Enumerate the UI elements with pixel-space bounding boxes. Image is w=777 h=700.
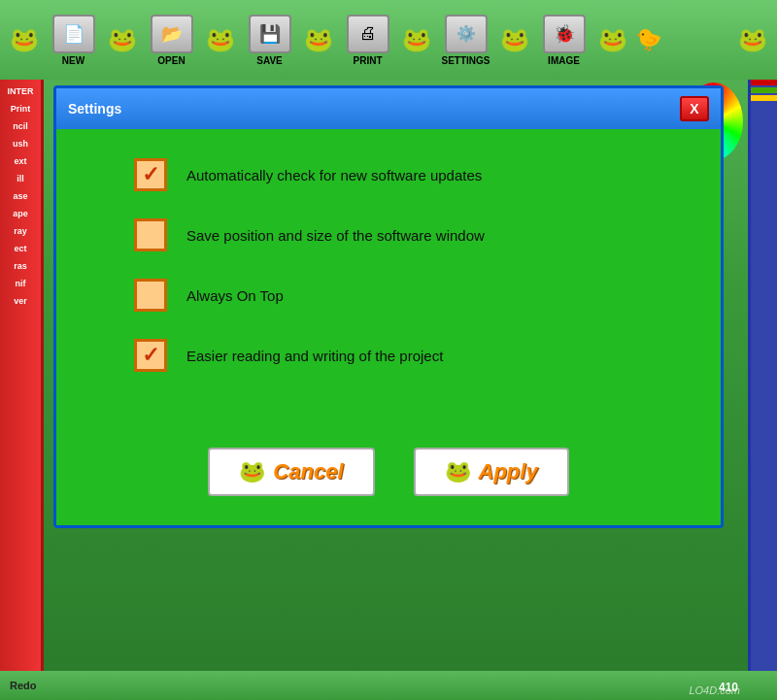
sidebar-item-spray[interactable]: ray	[2, 223, 39, 239]
auto-update-row: Automatically check for new software upd…	[134, 158, 672, 191]
sidebar-item-pencil[interactable]: ncil	[2, 118, 39, 134]
dialog-close-button[interactable]: X	[680, 96, 709, 121]
apply-icon: 🐸	[445, 459, 471, 484]
print-button[interactable]: 🖨 PRINT	[341, 15, 394, 66]
sidebar-item-inter[interactable]: INTER	[2, 83, 39, 99]
frog-separator-3: 🐸	[304, 26, 333, 53]
counter-badge: 410	[719, 681, 738, 694]
duck-icon: 🐤	[635, 27, 661, 52]
cancel-label: Cancel	[273, 459, 343, 484]
save-position-row: Save position and size of the software w…	[134, 218, 672, 251]
sidebar-item-shape[interactable]: ape	[2, 206, 39, 221]
save-position-label: Save position and size of the software w…	[186, 227, 485, 244]
sidebar-item-erase[interactable]: ras	[2, 258, 39, 274]
settings-dialog: Settings X Automatically check for new s…	[53, 85, 724, 528]
easier-reading-label: Easier reading and writing of the projec…	[186, 348, 443, 364]
frog-separator-1: 🐸	[108, 26, 137, 53]
bottom-bar: Redo LO4D.com 410	[0, 671, 777, 700]
new-label: NEW	[62, 55, 84, 66]
image-label: IMAGE	[548, 55, 580, 66]
frog-right-icon: 🐸	[738, 26, 767, 53]
always-on-top-row: Always On Top	[134, 279, 672, 312]
print-label: PRINT	[354, 55, 383, 66]
image-button[interactable]: 🐞 IMAGE	[537, 15, 591, 66]
cancel-button[interactable]: 🐸 Cancel	[208, 448, 374, 496]
new-icon: 📄	[52, 15, 95, 53]
cancel-icon: 🐸	[239, 459, 265, 484]
save-button[interactable]: 💾 SAVE	[243, 15, 296, 66]
settings-button[interactable]: ⚙️ SETTINGS	[439, 15, 492, 66]
dialog-title: Settings	[68, 101, 121, 117]
settings-icon: ⚙️	[445, 15, 488, 53]
sidebar-item-fill[interactable]: ill	[2, 171, 39, 186]
sidebar-item-text[interactable]: ext	[2, 153, 39, 169]
sidebar-item-print[interactable]: Print	[2, 101, 39, 117]
image-icon: 🐞	[543, 15, 586, 53]
apply-button[interactable]: 🐸 Apply	[414, 448, 569, 496]
dialog-buttons: 🐸 Cancel 🐸 Apply	[56, 428, 721, 525]
left-sidebar: INTER Print ncil ush ext ill ase ape ray…	[0, 80, 44, 671]
sidebar-item-knife[interactable]: nif	[2, 276, 39, 291]
always-on-top-checkbox[interactable]	[134, 279, 167, 312]
dialog-body: Automatically check for new software upd…	[56, 129, 721, 428]
mascot-left-icon: 🐸	[10, 26, 39, 53]
sidebar-item-brush[interactable]: ush	[2, 136, 39, 151]
auto-update-checkbox[interactable]	[134, 158, 167, 191]
save-icon: 💾	[249, 15, 291, 53]
frog-separator-6: 🐸	[598, 26, 627, 53]
open-button[interactable]: 📂 OPEN	[145, 15, 198, 66]
redo-label[interactable]: Redo	[10, 680, 37, 691]
frog-separator-4: 🐸	[402, 26, 431, 53]
open-label: OPEN	[157, 55, 185, 66]
settings-label: SETTINGS	[441, 55, 490, 66]
dialog-titlebar: Settings X	[56, 88, 721, 129]
easier-reading-checkbox[interactable]	[134, 339, 167, 372]
save-label: SAVE	[256, 55, 283, 66]
auto-update-label: Automatically check for new software upd…	[186, 167, 482, 183]
frog-separator-5: 🐸	[500, 26, 529, 53]
save-position-checkbox[interactable]	[134, 218, 167, 251]
new-button[interactable]: 📄 NEW	[47, 15, 100, 66]
easier-reading-row: Easier reading and writing of the projec…	[134, 339, 672, 372]
open-icon: 📂	[151, 15, 193, 53]
sidebar-item-base[interactable]: ase	[2, 188, 39, 204]
apply-label: Apply	[479, 459, 538, 484]
right-sidebar	[748, 80, 777, 671]
print-icon: 🖨	[347, 15, 389, 53]
sidebar-item-curve[interactable]: ver	[2, 293, 39, 309]
toolbar: 🐸 📄 NEW 🐸 📂 OPEN 🐸 💾 SAVE 🐸 🖨 PRINT 🐸 ⚙️…	[0, 0, 777, 80]
frog-separator-2: 🐸	[206, 26, 235, 53]
sidebar-item-select[interactable]: ect	[2, 241, 39, 256]
dialog-overlay: Settings X Automatically check for new s…	[53, 85, 743, 666]
always-on-top-label: Always On Top	[186, 287, 284, 304]
